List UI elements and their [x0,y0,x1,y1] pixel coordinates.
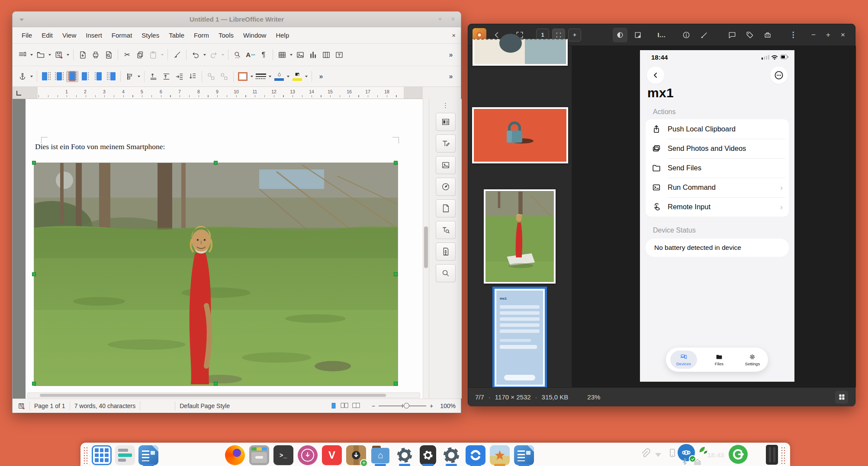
sidebar-tab-properties[interactable] [436,113,456,131]
archive-manager-icon[interactable] [249,445,269,465]
document-image-selected[interactable] [34,163,398,386]
wrap-through-button[interactable] [105,71,117,82]
action-remote-input[interactable]: Remote Input › [646,197,789,217]
copy-button[interactable] [134,48,147,62]
clone-formatting-button[interactable] [170,48,183,62]
toolbar-overflow-icon[interactable]: » [444,48,457,62]
sidebar-tab-gallery[interactable] [436,156,456,174]
dock-handle-left[interactable] [83,447,88,464]
zoom-in-button[interactable]: + [568,29,581,41]
menu-tools[interactable]: Tools [214,29,238,41]
action-push-clipboard[interactable]: Push Local Clipboard [646,119,789,139]
file-manager-icon[interactable]: ⌂ [370,445,390,465]
save-caret[interactable] [67,54,69,56]
sidebar-tab-navigator[interactable] [436,178,456,196]
phone-back-button[interactable] [647,67,664,84]
resize-handle[interactable] [394,382,398,386]
paste-caret[interactable] [161,54,164,56]
vivaldi-icon[interactable]: V [322,445,342,465]
book-view-icon[interactable] [352,402,360,409]
insert-table-caret[interactable] [290,54,293,56]
sidebar-tab-styles[interactable] [436,134,456,153]
menu-file[interactable]: File [17,29,37,41]
settings-gear-icon[interactable] [441,445,461,465]
menu-view[interactable]: View [58,29,81,41]
undo-caret[interactable] [203,54,206,56]
eject-tray-icon[interactable] [692,456,703,466]
undo-button[interactable] [189,48,202,62]
settings-gear-icon[interactable] [395,445,415,465]
bluetooth-tray-icon[interactable] [681,457,689,466]
page-style-label[interactable]: Default Page Style [180,402,230,409]
info-button[interactable] [679,28,694,42]
border-style-caret[interactable] [269,76,271,77]
kdeconnect-icon[interactable] [420,445,436,465]
tab-stop-selector-icon[interactable] [16,90,22,96]
menu-styles[interactable]: Styles [137,29,164,41]
page-count-label[interactable]: Page 1 of 1 [34,402,65,409]
thumbnail-partial-top[interactable] [473,39,568,66]
horizontal-scrollbar[interactable] [27,393,420,398]
open-caret[interactable] [48,54,51,56]
redo-caret[interactable] [222,54,224,56]
border-style-button[interactable] [254,70,267,83]
align-objects-caret[interactable] [138,76,140,77]
wrap-off-button[interactable] [40,71,52,82]
export-pdf-button[interactable] [76,48,89,62]
menu-window[interactable]: Window [238,29,271,41]
paperclip-tray-icon[interactable] [640,448,651,459]
zoom-in-icon[interactable]: + [430,402,433,409]
menu-table[interactable]: Table [164,29,189,41]
wrap-page-button[interactable] [53,71,65,82]
sidebar-tab-find[interactable] [436,264,456,282]
libreoffice-writer-icon[interactable] [138,445,158,465]
resize-handle[interactable] [32,382,36,386]
sidebar-tab-page[interactable] [436,199,456,217]
comment-button[interactable] [725,28,739,42]
thumbnail-phone-screenshot-selected[interactable]: mx1 [495,289,545,386]
circle-app-icon[interactable] [466,445,485,465]
dock-handle-right[interactable] [781,447,786,464]
horizontal-scrollbar-thumb[interactable] [40,394,386,397]
insert-table-button[interactable] [276,48,289,62]
tag-button[interactable] [743,28,757,42]
send-to-back-button[interactable] [186,70,199,83]
menu-kebab-icon[interactable]: ⋮ [786,28,800,42]
insert-textbox-button[interactable] [333,48,346,62]
resize-handle[interactable] [394,161,398,165]
resize-handle[interactable] [214,382,218,386]
histogram-button[interactable] [630,28,645,42]
close-window-icon[interactable]: × [841,31,845,39]
chevron-down-tray-icon[interactable] [655,453,661,457]
minimize-window-icon[interactable]: − [811,31,816,39]
phone-more-button[interactable] [770,67,788,84]
resize-handle[interactable] [214,161,218,165]
fill-color-button[interactable] [291,70,304,83]
spelling-button[interactable]: A••• [244,48,257,62]
gthumb-dock-icon[interactable] [490,445,510,465]
menu-edit[interactable]: Edit [37,29,58,41]
browser-grid-button[interactable] [835,391,848,404]
page-columns-button[interactable] [320,48,333,62]
resize-handle[interactable] [32,272,36,276]
menu-form[interactable]: Form [189,29,214,41]
tab-settings[interactable]: Settings [741,353,764,366]
action-send-files[interactable]: Send Files [646,158,789,178]
action-run-command[interactable]: Run Command › [646,178,789,197]
borders-caret[interactable] [251,76,253,77]
panel-widget[interactable] [766,445,778,465]
window-menu-icon[interactable] [19,19,24,21]
send-backward-button[interactable] [173,70,186,83]
logout-power-button[interactable] [729,445,748,464]
toolbar2-overflow-icon[interactable]: » [315,70,328,83]
toolbar2-overflow-right-icon[interactable]: » [444,70,457,83]
sidebar-tab-accessibility-check[interactable] [436,243,456,261]
package-installer-icon[interactable]: + [346,445,366,465]
menu-help[interactable]: Help [271,29,294,41]
libreoffice-writer-icon[interactable] [514,445,534,465]
vertical-scrollbar[interactable] [423,99,429,399]
bring-forward-button[interactable] [147,70,160,83]
cut-button[interactable]: ✂ [121,48,134,62]
save-button[interactable] [52,48,65,62]
bring-to-front-button[interactable] [160,70,173,83]
